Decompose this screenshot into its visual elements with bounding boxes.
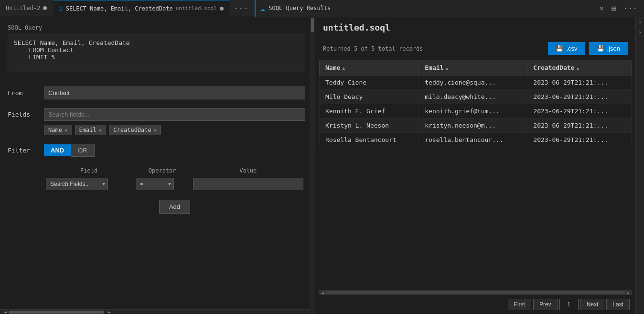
json-label: .json	[607, 45, 620, 52]
filter-field-wrap: Search Fields...	[46, 178, 108, 190]
right-edge-panel: › ›	[635, 17, 644, 314]
filter-label: Filter	[8, 144, 36, 154]
results-title: untitled.soql	[323, 22, 628, 32]
results-table-head: Name▲Email▲CreatedDate▲	[320, 60, 632, 76]
right-tab-label: SOQL Query Results	[268, 5, 331, 11]
tab-soql-label: SELECT Name, Email, CreatedDate	[66, 5, 173, 12]
table-row[interactable]: Kennith E. Griefkennith.grief@tum...2023…	[320, 104, 632, 119]
table-row[interactable]: Kristyn L. Neesonkristyn.neeson@m...2023…	[320, 119, 632, 133]
query-section: SOQL Query SELECT Name, Email, CreatedDa…	[8, 24, 305, 72]
field-tag-createddate: CreatedDate✕	[109, 125, 161, 135]
export-csv-button[interactable]: 💾 .csv	[548, 42, 585, 55]
first-page-button[interactable]: First	[508, 299, 531, 310]
scroll-thumb	[311, 18, 314, 32]
sort-icon: ▲	[576, 65, 579, 71]
table-cell: kristyn.neeson@m...	[419, 119, 527, 133]
filter-field-select[interactable]: Search Fields...	[46, 178, 108, 190]
table-cell: 2023-06-29T21:21:...	[527, 76, 632, 90]
sort-icon: ▲	[445, 65, 448, 71]
form-section: From Fields Name✕Email✕CreatedDate✕	[8, 82, 305, 218]
tab-more-button[interactable]: ···	[230, 4, 253, 13]
right-tab-container: ☁ SOQL Query Results × ⊞ ···	[255, 0, 644, 17]
table-cell: Milo Deacy	[320, 90, 419, 104]
pagination: First Prev 1 Next Last	[315, 295, 635, 314]
field-tag-remove[interactable]: ✕	[154, 127, 157, 133]
prev-page-button[interactable]: Prev	[533, 299, 558, 310]
field-tag-label: Email	[79, 127, 97, 133]
scroll-right-arrow[interactable]: ►	[106, 309, 113, 314]
right-more-icon[interactable]: ···	[622, 3, 639, 14]
add-filter-button[interactable]: Add	[159, 200, 190, 214]
filter-or-button[interactable]: OR	[71, 144, 95, 157]
right-edge-arrow-down[interactable]: ›	[636, 27, 644, 38]
tab-untitled2-dot[interactable]	[43, 6, 47, 10]
results-table: Name▲Email▲CreatedDate▲ Teddy Cioneteddy…	[319, 60, 632, 147]
table-cell: Kristyn L. Neeson	[320, 119, 419, 133]
from-label: From	[8, 87, 36, 97]
fields-row: Fields Name✕Email✕CreatedDate✕	[8, 108, 305, 135]
col-name[interactable]: Name▲	[320, 60, 419, 76]
export-json-button[interactable]: 💾 .json	[589, 42, 628, 55]
main-content: SOQL Query SELECT Name, Email, CreatedDa…	[0, 17, 644, 314]
fields-label: Fields	[8, 108, 36, 118]
right-panel: untitled.soql Returned 5 of 5 total reco…	[315, 17, 635, 314]
close-right-tab-button[interactable]: ×	[598, 3, 605, 13]
results-table-body: Teddy Cioneteddy.cione@squa...2023-06-29…	[320, 76, 632, 147]
table-cell: Teddy Cione	[320, 76, 419, 90]
col-email[interactable]: Email▲	[419, 60, 527, 76]
filter-value-input[interactable]	[193, 178, 304, 190]
table-cell: 2023-06-29T21:21:...	[527, 90, 632, 104]
right-edge-arrow-up[interactable]: ›	[636, 17, 644, 27]
table-cell: 2023-06-29T21:21:...	[527, 104, 632, 119]
scroll-left-arrow[interactable]: ◄	[2, 309, 9, 314]
save-icon-json: 💾	[597, 45, 604, 52]
fields-search-input[interactable]	[44, 108, 305, 121]
sort-icon: ▲	[342, 65, 345, 71]
table-cell: milo.deacy@white...	[419, 90, 527, 104]
query-box[interactable]: SELECT Name, Email, CreatedDate FROM Con…	[8, 34, 305, 72]
table-cell: 2023-06-29T21:21:...	[527, 133, 632, 147]
filter-operator-select[interactable]: =	[136, 178, 174, 190]
csv-label: .csv	[566, 45, 577, 52]
tab-untitled2-label: Untitled-2	[6, 5, 40, 11]
tab-untitled2[interactable]: Untitled-2	[0, 0, 53, 17]
col-label: Email	[425, 64, 443, 71]
filter-and-button[interactable]: AND	[44, 144, 71, 156]
field-tag-email: Email✕	[75, 125, 107, 135]
hscroll-track[interactable]	[326, 291, 625, 294]
table-cell: kennith.grief@tum...	[419, 104, 527, 119]
last-page-button[interactable]: Last	[606, 299, 630, 310]
hscroll-right-arrow[interactable]: ►	[625, 290, 632, 295]
table-row[interactable]: Milo Deacymilo.deacy@white...2023-06-29T…	[320, 90, 632, 104]
tab-soql-dot[interactable]	[220, 7, 224, 11]
fields-control: Name✕Email✕CreatedDate✕	[44, 108, 305, 135]
layout-icon[interactable]: ⊞	[609, 3, 618, 14]
hscroll-left-arrow[interactable]: ◄	[319, 290, 326, 295]
table-cell: rosella.bentancour...	[419, 133, 527, 147]
col-label: CreatedDate	[533, 64, 574, 71]
tab-bar: Untitled-2 ≡ SELECT Name, Email, Created…	[0, 0, 644, 17]
table-cell: Rosella Bentancourt	[320, 133, 419, 147]
table-row[interactable]: Teddy Cioneteddy.cione@squa...2023-06-29…	[320, 76, 632, 90]
field-tag-remove[interactable]: ✕	[99, 127, 102, 133]
field-tag-name: Name✕	[44, 125, 72, 135]
filter-operator-wrap: =	[136, 178, 174, 190]
col-createddate[interactable]: CreatedDate▲	[527, 60, 632, 76]
bottom-scrollbar: ◄ ►	[0, 309, 315, 314]
bottom-scroll-thumb	[9, 311, 104, 314]
table-cell: Kennith E. Grief	[320, 104, 419, 119]
next-page-button[interactable]: Next	[580, 299, 605, 310]
current-page-button[interactable]: 1	[559, 299, 579, 310]
results-table-wrap: Name▲Email▲CreatedDate▲ Teddy Cioneteddy…	[319, 60, 632, 290]
tab-soql-query[interactable]: ≡ SELECT Name, Email, CreatedDate untitl…	[53, 0, 230, 17]
left-scrollbar[interactable]	[310, 17, 315, 314]
results-title-row: untitled.soql	[315, 17, 635, 35]
table-row[interactable]: Rosella Bentancourtrosella.bentancour...…	[320, 133, 632, 147]
right-tab-actions: × ⊞ ···	[598, 3, 639, 14]
from-input[interactable]	[44, 87, 305, 99]
field-tag-remove[interactable]: ✕	[64, 127, 68, 133]
save-icon-csv: 💾	[556, 45, 563, 52]
results-hscroll: ◄ ►	[319, 290, 632, 295]
results-actions: 💾 .csv 💾 .json	[548, 42, 628, 55]
filter-col-operator: Operator	[134, 165, 191, 176]
